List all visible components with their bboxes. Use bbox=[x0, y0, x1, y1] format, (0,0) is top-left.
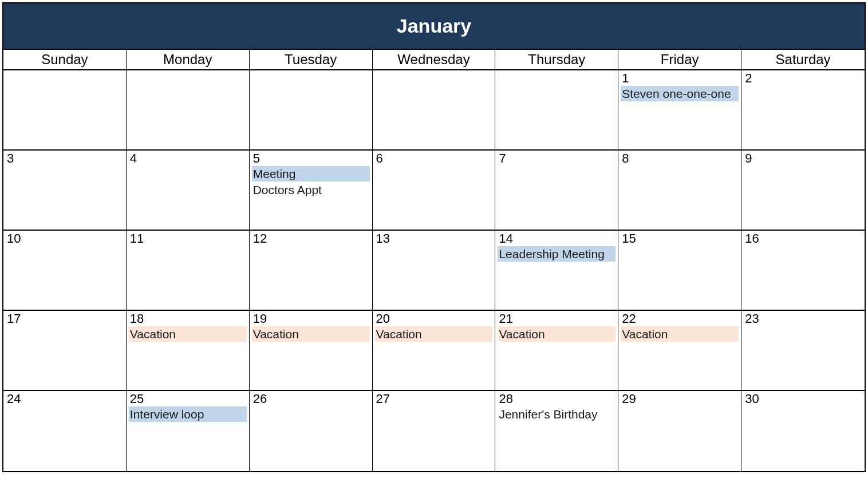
day-number: 28 bbox=[498, 392, 616, 406]
day-number: 4 bbox=[129, 152, 247, 165]
day-header-wednesday: Wednesday bbox=[373, 50, 496, 69]
day-cell[interactable]: 25Interview loop bbox=[127, 391, 250, 471]
calendar-week: 2425Interview loop262728Jennifer's Birth… bbox=[3, 391, 865, 471]
calendar-event[interactable]: Doctors Appt bbox=[252, 182, 370, 197]
day-number: 2 bbox=[744, 72, 862, 85]
day-number: 3 bbox=[6, 152, 124, 165]
day-cell[interactable]: 15 bbox=[618, 231, 741, 310]
calendar-week: 1Steven one-one-one2 bbox=[3, 70, 865, 151]
day-number: 11 bbox=[129, 232, 247, 246]
calendar-event[interactable]: Meeting bbox=[252, 166, 370, 181]
day-cell[interactable]: 14Leadership Meeting bbox=[495, 231, 618, 310]
day-number: 14 bbox=[498, 232, 616, 246]
day-cell[interactable]: 12 bbox=[250, 231, 373, 310]
day-cell[interactable]: 6 bbox=[373, 151, 496, 230]
day-cell[interactable]: 4 bbox=[127, 151, 250, 230]
day-cell[interactable] bbox=[127, 70, 250, 149]
day-header-saturday: Saturday bbox=[741, 50, 865, 69]
calendar-week: 1011121314Leadership Meeting1516 bbox=[3, 231, 865, 311]
day-number: 21 bbox=[498, 312, 616, 326]
day-number: 30 bbox=[744, 392, 862, 406]
day-number: 19 bbox=[252, 312, 370, 326]
day-cell[interactable]: 18Vacation bbox=[127, 311, 250, 390]
calendar-event[interactable]: Leadership Meeting bbox=[498, 246, 616, 262]
day-cell[interactable]: 24 bbox=[3, 391, 127, 471]
day-cell[interactable]: 17 bbox=[3, 311, 127, 390]
day-cell[interactable]: 7 bbox=[495, 151, 618, 230]
day-number: 22 bbox=[621, 312, 739, 326]
day-cell[interactable]: 22Vacation bbox=[618, 311, 741, 390]
day-cell[interactable] bbox=[250, 70, 373, 149]
day-cell[interactable]: 23 bbox=[741, 311, 865, 390]
day-number: 5 bbox=[252, 152, 370, 165]
calendar-event[interactable]: Steven one-one-one bbox=[621, 86, 739, 101]
day-number: 20 bbox=[375, 312, 493, 326]
day-number: 24 bbox=[6, 392, 124, 406]
day-cell[interactable]: 26 bbox=[250, 391, 373, 471]
day-cell[interactable] bbox=[495, 70, 618, 149]
calendar-event[interactable]: Interview loop bbox=[129, 406, 247, 422]
day-cell[interactable]: 10 bbox=[3, 231, 127, 310]
day-cell[interactable]: 20Vacation bbox=[373, 311, 496, 390]
day-number: 17 bbox=[6, 312, 124, 326]
day-number: 25 bbox=[129, 392, 247, 406]
day-cell[interactable]: 13 bbox=[373, 231, 496, 310]
day-cell[interactable]: 19Vacation bbox=[250, 311, 373, 390]
day-header-tuesday: Tuesday bbox=[250, 50, 373, 69]
day-cell[interactable]: 28Jennifer's Birthday bbox=[495, 391, 618, 471]
day-headers-row: Sunday Monday Tuesday Wednesday Thursday… bbox=[3, 50, 865, 70]
day-cell[interactable]: 29 bbox=[618, 391, 741, 471]
day-number: 23 bbox=[744, 312, 862, 326]
day-number: 26 bbox=[252, 392, 370, 406]
day-number: 16 bbox=[744, 232, 862, 246]
day-number: 10 bbox=[6, 232, 124, 246]
day-number: 1 bbox=[621, 72, 739, 85]
day-number: 12 bbox=[252, 232, 370, 246]
calendar-weeks: 1Steven one-one-one2345MeetingDoctors Ap… bbox=[3, 70, 865, 471]
day-number: 9 bbox=[744, 152, 862, 165]
calendar-event[interactable]: Vacation bbox=[621, 326, 739, 342]
day-number: 27 bbox=[375, 392, 493, 406]
day-number: 7 bbox=[498, 152, 616, 165]
day-header-thursday: Thursday bbox=[495, 50, 618, 69]
day-header-monday: Monday bbox=[127, 50, 250, 69]
day-header-sunday: Sunday bbox=[3, 50, 127, 69]
day-cell[interactable] bbox=[3, 70, 127, 149]
day-cell[interactable] bbox=[373, 70, 496, 149]
calendar-event[interactable]: Vacation bbox=[252, 326, 370, 342]
calendar-event[interactable]: Vacation bbox=[375, 326, 493, 342]
calendar-event[interactable]: Vacation bbox=[498, 326, 616, 342]
calendar-event[interactable]: Jennifer's Birthday bbox=[498, 406, 616, 422]
day-cell[interactable]: 3 bbox=[3, 151, 127, 230]
day-number: 29 bbox=[621, 392, 739, 406]
calendar-week: 345MeetingDoctors Appt6789 bbox=[3, 151, 865, 231]
day-cell[interactable]: 5MeetingDoctors Appt bbox=[250, 151, 373, 230]
day-number: 6 bbox=[375, 152, 493, 165]
day-number: 18 bbox=[129, 312, 247, 326]
day-header-friday: Friday bbox=[618, 50, 741, 69]
day-number: 8 bbox=[621, 152, 739, 165]
day-cell[interactable]: 11 bbox=[127, 231, 250, 310]
day-cell[interactable]: 27 bbox=[373, 391, 496, 471]
day-cell[interactable]: 1Steven one-one-one bbox=[618, 70, 741, 149]
day-number: 15 bbox=[621, 232, 739, 246]
day-cell[interactable]: 21Vacation bbox=[495, 311, 618, 390]
calendar-event[interactable]: Vacation bbox=[129, 326, 247, 342]
day-number: 13 bbox=[375, 232, 493, 246]
day-cell[interactable]: 8 bbox=[618, 151, 741, 230]
calendar: January Sunday Monday Tuesday Wednesday … bbox=[2, 2, 866, 472]
day-cell[interactable]: 2 bbox=[741, 70, 865, 149]
day-cell[interactable]: 9 bbox=[741, 151, 865, 230]
day-cell[interactable]: 30 bbox=[741, 391, 865, 471]
month-title: January bbox=[3, 3, 865, 50]
calendar-week: 1718Vacation19Vacation20Vacation21Vacati… bbox=[3, 311, 865, 391]
day-cell[interactable]: 16 bbox=[741, 231, 865, 310]
